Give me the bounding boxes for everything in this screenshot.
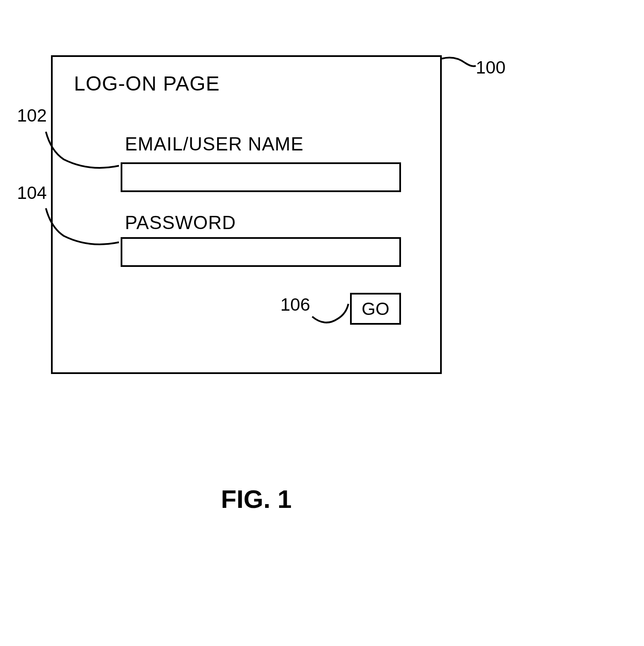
go-button[interactable]: GO — [350, 293, 401, 325]
email-label: EMAIL/USER NAME — [125, 133, 304, 155]
password-field[interactable] — [121, 237, 401, 267]
callout-104: 104 — [17, 183, 47, 203]
password-label: PASSWORD — [125, 212, 236, 233]
email-field[interactable] — [121, 162, 401, 192]
figure-caption: FIG. 1 — [221, 484, 292, 514]
login-box: LOG-ON PAGE EMAIL/USER NAME PASSWORD GO — [51, 55, 442, 374]
callout-102: 102 — [17, 105, 47, 126]
page-title: LOG-ON PAGE — [74, 72, 220, 95]
callout-106: 106 — [280, 295, 310, 315]
callout-100: 100 — [476, 57, 506, 78]
